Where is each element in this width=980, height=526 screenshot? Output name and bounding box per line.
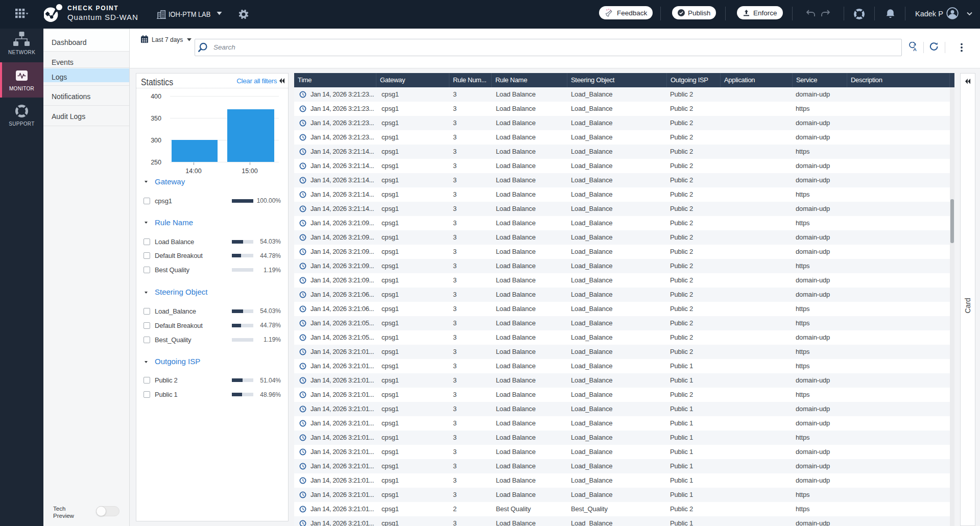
svg-text:A: A <box>913 46 917 52</box>
